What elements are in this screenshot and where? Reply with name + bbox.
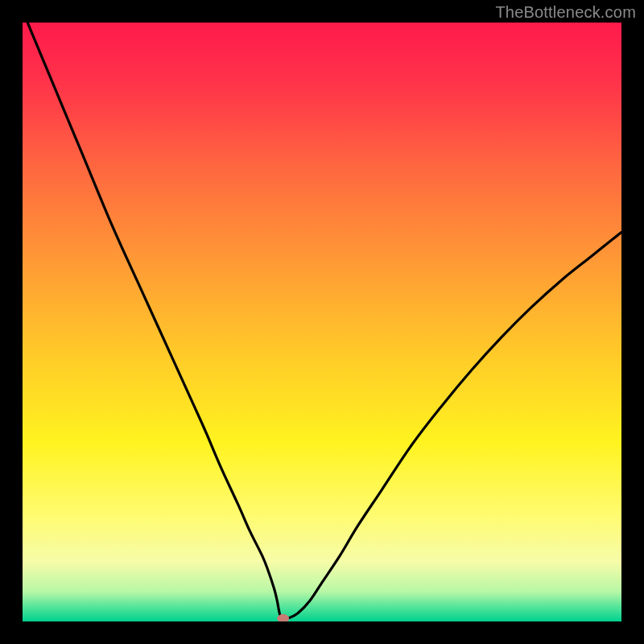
bottleneck-curve-chart: [23, 23, 621, 621]
watermark-text: TheBottleneck.com: [495, 3, 636, 22]
gradient-background: [23, 23, 621, 621]
chart-frame: TheBottleneck.com: [0, 0, 644, 644]
plot-area: [23, 23, 621, 621]
